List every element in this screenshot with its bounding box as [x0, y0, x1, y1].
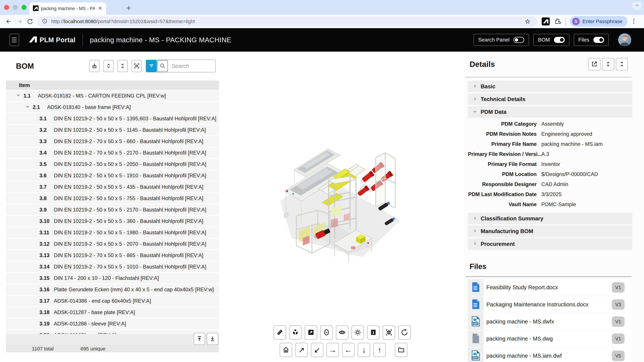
bom-tree-row[interactable]: 3.1DIN EN 10219-2 - 50 x 50 x 5 - 1395,6…: [6, 113, 219, 124]
bom-tree-row[interactable]: 3.5DIN EN 10219-2 - 50 x 50 x 5 - 2050 -…: [6, 159, 219, 170]
row-item-number: 3.12: [40, 241, 54, 247]
section-basic[interactable]: Basic: [468, 81, 632, 92]
bom-tree-row[interactable]: 3.17ADSK-014386 - end cap 60x40x5 [REV:A…: [6, 296, 219, 306]
new-tab-button[interactable]: [123, 3, 134, 14]
toggle-files[interactable]: Files: [574, 34, 609, 46]
bom-tree-row[interactable]: 3.16Platte Gerundete Ecken (mm) 40 x 40 …: [6, 284, 219, 295]
filter-button[interactable]: [146, 60, 157, 72]
hamburger-menu-button[interactable]: [10, 34, 19, 46]
collapse-all-button[interactable]: [118, 60, 128, 72]
file-row[interactable]: Feasibility Study Report.docxV1: [468, 279, 632, 296]
bookmark-star-icon[interactable]: [522, 16, 533, 27]
browser-tab[interactable]: packing machine - MS - PACK: [29, 2, 106, 15]
bom-tree-row[interactable]: 3.13DIN EN 10219-2 - 70 x 50 x 5 - 865 -…: [6, 250, 219, 261]
enter-passphrase-button[interactable]: S Enter Passphrase: [570, 16, 628, 27]
toggle-bom[interactable]: BOM: [533, 34, 569, 46]
row-chevron[interactable]: [14, 93, 24, 99]
bom-tree-row[interactable]: 3.12DIN EN 10219-2 - 50 x 50 x 5 - 2070 …: [6, 239, 219, 249]
close-tab-icon[interactable]: [97, 5, 103, 12]
forward-button[interactable]: [14, 16, 25, 27]
reload-button[interactable]: [25, 16, 36, 27]
reset-rotate-button[interactable]: [398, 326, 411, 340]
back-button[interactable]: [3, 16, 14, 27]
arrow-up-right-button[interactable]: ↗: [295, 343, 308, 357]
close-window-button[interactable]: [4, 5, 9, 10]
scroll-bottom-button[interactable]: [207, 333, 218, 345]
arrow-right-button[interactable]: →: [326, 343, 339, 357]
file-version-badge: V1: [612, 317, 624, 327]
file-row[interactable]: packing machine - MS.dwgV1: [468, 331, 632, 347]
home-button[interactable]: [280, 343, 292, 357]
fit-frame-button[interactable]: [132, 60, 142, 72]
bom-tree-row[interactable]: 3.4DIN EN 10219-2 - 70 x 50 x 5 - 2170 -…: [6, 147, 219, 158]
section-classification-summary[interactable]: Classification Summary: [468, 213, 632, 224]
user-avatar[interactable]: [618, 33, 631, 46]
address-bar[interactable]: http://localhost:8080/portal?dmsid=15202…: [38, 16, 537, 26]
bom-tree-row[interactable]: 3.7DIN EN 10219-2 - 50 x 50 x 5 - 435 - …: [6, 182, 219, 192]
expand-all-button[interactable]: [602, 58, 614, 70]
isolate-button[interactable]: [305, 326, 317, 340]
toggle-switch[interactable]: [593, 37, 604, 43]
expand-all-button[interactable]: [104, 60, 114, 72]
toggle-switch[interactable]: [554, 37, 565, 43]
brightness-button[interactable]: [352, 326, 364, 340]
bom-tree-row[interactable]: 3.14DIN EN 10219-2 - 70 x 50 x 5 - 1010 …: [6, 261, 219, 272]
section-pdm-data[interactable]: PDM Data: [468, 106, 632, 118]
file-row[interactable]: DWFpacking machine - MS.dwfxV1: [468, 313, 632, 330]
bom-tree-row[interactable]: 3.20ADSK-011471 - … [REV:A]: [6, 330, 219, 334]
file-version-badge: V5: [612, 351, 624, 361]
folder-button[interactable]: [395, 343, 407, 357]
toggle-search-panel[interactable]: Search Panel: [474, 34, 529, 46]
bom-tree-row[interactable]: 3.9DIN EN 10219-2 - 50 x 50 x 5 - 2170 -…: [6, 204, 219, 215]
measure-button[interactable]: [274, 326, 286, 340]
search-input[interactable]: [168, 60, 215, 72]
minimize-window-button[interactable]: [13, 5, 18, 10]
bom-tree-row[interactable]: 3.18ADSK-011287 - base plate [REV:A]: [6, 307, 219, 318]
arrow-down-button[interactable]: ↓: [358, 343, 370, 357]
brightness-icon: [354, 329, 362, 337]
bom-tree-row[interactable]: 3.2DIN EN 10219-2 - 50 x 50 x 5 - 1145 -…: [6, 125, 219, 135]
zoom-window-button[interactable]: [22, 5, 26, 10]
site-info-icon[interactable]: [42, 18, 48, 25]
reset-rotate-icon: [401, 329, 408, 337]
model-3d-view[interactable]: [278, 136, 417, 267]
view-1-button[interactable]: 1: [367, 326, 380, 340]
download-button[interactable]: [90, 60, 100, 72]
arrow-down-left-button[interactable]: ↙: [311, 343, 323, 357]
bom-tree-row[interactable]: 2.1ADSK-018140 - base frame [REV:A]: [6, 102, 219, 113]
arrow-up-button[interactable]: ↑: [373, 343, 386, 357]
section-technical-details[interactable]: Technical Details: [468, 93, 632, 105]
bom-tree-row[interactable]: 3.8DIN EN 10219-2 - 50 x 50 x 5 - 755 - …: [6, 193, 219, 204]
section-procurement[interactable]: Procurement: [468, 238, 632, 250]
file-row[interactable]: DWFpacking machine - MS.iam.dwfV5: [468, 348, 632, 362]
bom-tree-row[interactable]: 3.11DIN EN 10219-2 - 50 x 50 x 5 - 1980 …: [6, 227, 219, 238]
toggle-switch[interactable]: [514, 37, 524, 43]
bom-tree-row[interactable]: 3.19ADSK-011288 - sleeve [REV:A]: [6, 319, 219, 329]
hide-button[interactable]: [320, 326, 333, 340]
bom-tree-row[interactable]: 3.6DIN EN 10219-2 - 50 x 50 x 5 - 1910 -…: [6, 170, 219, 181]
row-chevron[interactable]: [23, 104, 33, 110]
row-item-text: DIN EN 10219-2 - 50 x 50 x 5 - 1910 - Ba…: [54, 173, 206, 179]
file-version-badge: V1: [612, 282, 624, 293]
pdm-field-label: Primary File Revision / Versi…: [468, 151, 537, 157]
bom-tree-row[interactable]: 1.1ADSK-018182 - MS - CARTON FEEDING CPL…: [6, 90, 219, 101]
tab-search-button[interactable]: [632, 2, 642, 9]
arrow-left-button[interactable]: ←: [342, 343, 354, 357]
window-controls[interactable]: [4, 5, 26, 10]
bom-tree-row[interactable]: 3.3DIN EN 10219-2 - 70 x 50 x 5 - 660 - …: [6, 136, 219, 147]
collapse-all-button[interactable]: [616, 58, 628, 70]
bom-tree-row[interactable]: 3.15DIN 174 - 200 x 10 - 120 - Flachstah…: [6, 273, 219, 284]
autodesk-extension-icon[interactable]: [542, 17, 550, 25]
bom-tree-row[interactable]: 3.10DIN EN 10219-2 - 50 x 50 x 5 - 360 -…: [6, 216, 219, 227]
section-manufacturing-bom[interactable]: Manufacturing BOM: [468, 226, 632, 237]
scroll-top-button[interactable]: [194, 333, 205, 345]
extensions-puzzle-icon[interactable]: [554, 18, 561, 25]
visibility-button[interactable]: [336, 326, 348, 340]
search-button[interactable]: [157, 60, 168, 72]
external-link-button[interactable]: [588, 58, 600, 70]
explode-button[interactable]: [289, 326, 302, 340]
file-row[interactable]: Packaging Maintenance Instructions.docxV…: [468, 296, 632, 313]
fit-model-button[interactable]: [383, 326, 395, 340]
browser-menu-icon[interactable]: [630, 18, 637, 25]
row-item-text: Platte Gerundete Ecken (mm) 40 x 40 x 5 …: [54, 287, 214, 293]
